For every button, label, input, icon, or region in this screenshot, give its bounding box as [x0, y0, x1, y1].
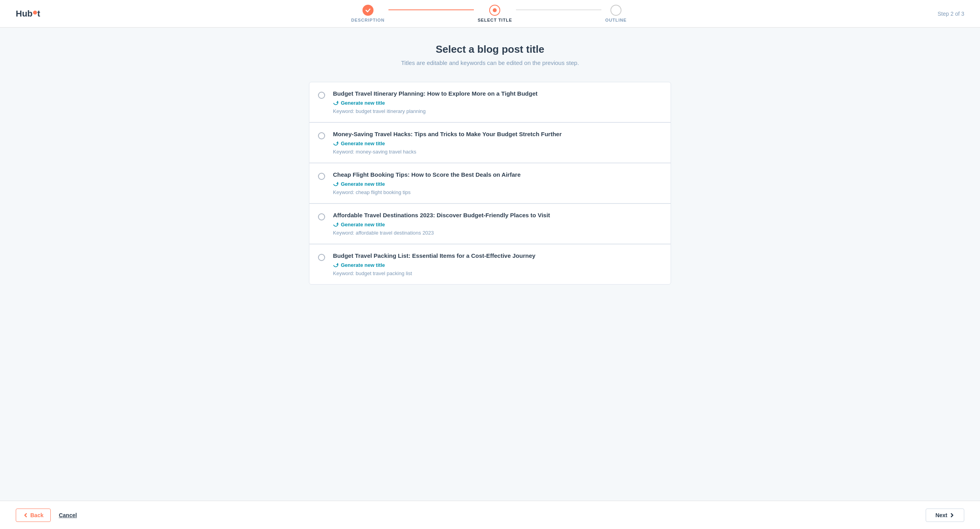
- step-1-circle: [362, 5, 374, 16]
- option-card-1[interactable]: Budget Travel Itinerary Planning: How to…: [309, 82, 671, 122]
- radio-option-1[interactable]: [318, 92, 325, 99]
- option-card-5[interactable]: Budget Travel Packing List: Essential It…: [309, 244, 671, 285]
- step-description: DESCRIPTION: [351, 5, 385, 22]
- radio-option-3[interactable]: [318, 173, 325, 180]
- page-title: Select a blog post title: [436, 43, 544, 55]
- keyword-3: Keyword: cheap flight booking tips: [333, 189, 661, 195]
- option-title-2: Money-Saving Travel Hacks: Tips and Tric…: [333, 131, 661, 137]
- logo-dot: [33, 11, 37, 15]
- option-card-2[interactable]: Money-Saving Travel Hacks: Tips and Tric…: [309, 122, 671, 163]
- next-button[interactable]: Next: [926, 509, 964, 522]
- back-label: Back: [30, 512, 43, 518]
- option-title-3: Cheap Flight Booking Tips: How to Score …: [333, 171, 661, 178]
- keyword-4: Keyword: affordable travel destinations …: [333, 230, 661, 236]
- footer: Back Cancel Next: [0, 501, 980, 529]
- step-2-label: SELECT TITLE: [478, 18, 512, 22]
- chevron-right-icon: [950, 513, 954, 518]
- generate-link-3[interactable]: Generate new title: [333, 181, 385, 187]
- main-content: Select a blog post title Titles are edit…: [0, 28, 980, 529]
- logo-text-hub: Hub: [16, 9, 33, 19]
- progress-stepper: DESCRIPTION SELECT TITLE OUTLINE: [351, 5, 627, 22]
- step-2-circle: [489, 5, 500, 16]
- radio-option-5[interactable]: [318, 254, 325, 261]
- step-3-label: OUTLINE: [605, 18, 627, 22]
- refresh-icon-3: [333, 181, 338, 187]
- step-select-title: SELECT TITLE: [478, 5, 512, 22]
- option-title-4: Affordable Travel Destinations 2023: Dis…: [333, 212, 661, 218]
- keyword-5: Keyword: budget travel packing list: [333, 270, 661, 276]
- logo-text-spot: t: [37, 9, 40, 19]
- step-info: Step 2 of 3: [937, 11, 964, 17]
- generate-link-1[interactable]: Generate new title: [333, 100, 385, 106]
- generate-link-5[interactable]: Generate new title: [333, 262, 385, 268]
- hubspot-logo: Hubt: [16, 9, 40, 19]
- keyword-2: Keyword: money-saving travel hacks: [333, 149, 661, 155]
- back-button[interactable]: Back: [16, 509, 51, 522]
- refresh-icon-2: [333, 141, 338, 146]
- option-card-3[interactable]: Cheap Flight Booking Tips: How to Score …: [309, 163, 671, 203]
- keyword-1: Keyword: budget travel itinerary plannin…: [333, 108, 661, 114]
- checkmark-icon: [365, 7, 371, 13]
- radio-option-4[interactable]: [318, 213, 325, 220]
- page-subtitle: Titles are editable and keywords can be …: [401, 59, 579, 66]
- option-card-4[interactable]: Affordable Travel Destinations 2023: Dis…: [309, 203, 671, 244]
- chevron-left-icon: [23, 513, 28, 518]
- step-3-circle: [610, 5, 621, 16]
- radio-option-2[interactable]: [318, 132, 325, 139]
- title-options-list: Budget Travel Itinerary Planning: How to…: [309, 82, 671, 285]
- option-title-5: Budget Travel Packing List: Essential It…: [333, 252, 661, 259]
- refresh-icon-1: [333, 100, 338, 106]
- refresh-icon-4: [333, 222, 338, 228]
- connector-2: [516, 9, 601, 10]
- cancel-button[interactable]: Cancel: [59, 512, 77, 518]
- refresh-icon-5: [333, 263, 338, 268]
- step-outline: OUTLINE: [605, 5, 627, 22]
- next-label: Next: [936, 512, 947, 518]
- header: Hubt DESCRIPTION SELECT TITLE OUTLINE: [0, 0, 980, 28]
- generate-link-2[interactable]: Generate new title: [333, 141, 385, 146]
- footer-left-actions: Back Cancel: [16, 509, 77, 522]
- option-title-1: Budget Travel Itinerary Planning: How to…: [333, 90, 661, 97]
- generate-link-4[interactable]: Generate new title: [333, 222, 385, 228]
- connector-1: [388, 9, 474, 10]
- step-1-label: DESCRIPTION: [351, 18, 385, 22]
